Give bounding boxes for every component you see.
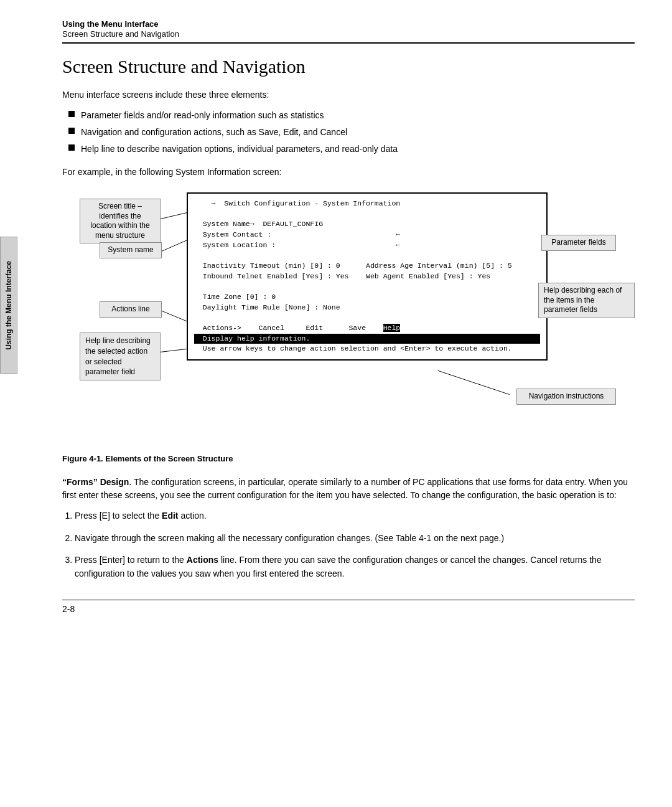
svg-line-7 [438, 370, 510, 394]
step-3: Press [Enter] to return to the Actions l… [75, 554, 635, 580]
example-text: For example, in the following System Inf… [62, 166, 635, 179]
terminal-title: → Switch Configuration - System Informat… [194, 199, 540, 209]
callout-parameter-fields: Parameter fields [541, 235, 616, 251]
sidebar-tab: Using the Menu Interface [0, 237, 17, 374]
forms-design-paragraph: “Forms” Design. The configuration screen… [62, 476, 635, 502]
callout-help-describing: Help describing each of the items in the… [538, 283, 635, 318]
header-sub: Screen Structure and Navigation [62, 29, 179, 39]
figure-caption: Figure 4-1. Elements of the Screen Struc… [62, 454, 635, 463]
sidebar-label: Using the Menu Interface [4, 261, 13, 350]
callout-navigation-instructions: Navigation instructions [516, 389, 616, 405]
terminal-box: → Switch Configuration - System Informat… [187, 192, 548, 361]
callout-actions-line: Actions line [100, 301, 162, 318]
bullet-icon [68, 144, 75, 151]
callout-system-name: System name [100, 242, 162, 258]
diagram-wrapper: → Switch Configuration - System Informat… [62, 186, 635, 448]
page-title: Screen Structure and Navigation [62, 56, 635, 77]
bullet-list: Parameter fields and/or read-only inform… [68, 109, 635, 156]
help-highlight: Help [383, 324, 401, 332]
list-item: Help line to describe navigation options… [68, 143, 635, 156]
bullet-icon [68, 128, 75, 134]
footer: 2-8 [62, 600, 635, 614]
breadcrumb: Using the Menu Interface Screen Structur… [62, 19, 635, 44]
list-item: Navigation and configuration actions, su… [68, 126, 635, 139]
numbered-steps-list: Press [E] to select the Edit action. Nav… [75, 509, 635, 581]
callout-screen-title: Screen title – identifies the location w… [80, 199, 161, 243]
step-2: Navigate through the screen making all t… [75, 532, 635, 545]
step-1: Press [E] to select the Edit action. [75, 509, 635, 523]
intro-text: Menu interface screens include these thr… [62, 88, 635, 101]
callout-help-line: Help line describing the selected action… [80, 333, 161, 380]
help-display-line: Display help information. [194, 334, 540, 344]
forms-heading: “Forms” Design [62, 477, 129, 487]
page-number: 2-8 [62, 604, 75, 614]
header-bold: Using the Menu Interface [62, 19, 159, 29]
bullet-icon [68, 111, 75, 117]
list-item: Parameter fields and/or read-only inform… [68, 109, 635, 122]
